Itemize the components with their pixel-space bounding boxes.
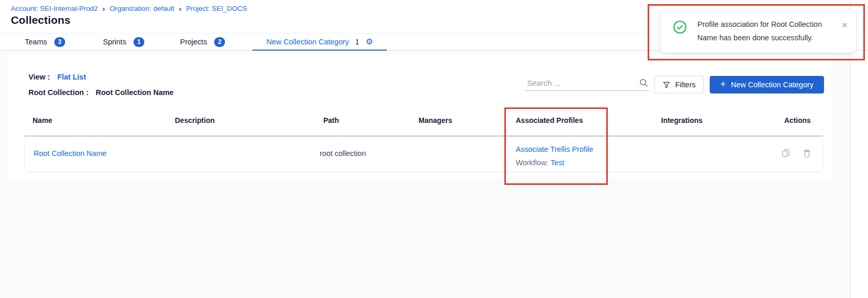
column-header-path: Path xyxy=(323,116,339,124)
row-path-cell: root collection xyxy=(320,149,366,158)
column-header-associated-profiles: Associated Profiles xyxy=(516,116,583,124)
new-collection-category-button-label: New Collection Category xyxy=(731,81,814,89)
chevron-right-icon: › xyxy=(179,4,182,12)
count-badge: 2 xyxy=(214,37,225,47)
close-icon[interactable]: ✕ xyxy=(841,21,848,30)
collections-page: { "breadcrumb": { "separator": "›", "ite… xyxy=(0,0,868,298)
column-header-actions: Actions xyxy=(784,116,811,124)
flat-list-link[interactable]: Flat List xyxy=(57,73,86,81)
new-collection-category-button[interactable]: + New Collection Category xyxy=(710,76,824,93)
search-field xyxy=(525,75,649,91)
page-title: Collections xyxy=(11,14,70,26)
tab-projects[interactable]: Projects 2 xyxy=(180,34,225,50)
column-header-description: Description xyxy=(175,116,215,124)
workflow-test-link[interactable]: Test xyxy=(550,159,564,167)
breadcrumb-organization-link[interactable]: Organization: default xyxy=(110,5,174,12)
delete-trash-icon[interactable] xyxy=(803,149,811,158)
tab-new-collection-category[interactable]: New Collection Category 1 ⚙ xyxy=(252,34,387,51)
count-badge: 3 xyxy=(54,37,65,47)
root-collection-value: Root Collection Name xyxy=(96,88,174,97)
tab-label: Projects xyxy=(180,38,207,46)
table-row xyxy=(24,135,824,172)
copy-icon[interactable] xyxy=(782,149,790,158)
tab-label: Teams xyxy=(25,38,47,46)
search-icon xyxy=(639,79,648,87)
row-name-link[interactable]: Root Collection Name xyxy=(34,149,107,158)
tab-label: Sprints xyxy=(103,38,126,46)
row-associated-profiles-cell: Associate Trellis Profile Workflow: Test xyxy=(516,143,593,169)
filter-funnel-icon xyxy=(663,81,670,89)
filters-button[interactable]: Filters xyxy=(654,76,704,93)
root-collection-row: Root Collection : Root Collection Name xyxy=(28,88,174,97)
settings-gear-icon[interactable]: ⚙ xyxy=(366,38,373,46)
count-badge: 1 xyxy=(133,37,144,47)
breadcrumb-account-link[interactable]: Account: SEI-Internal-Prod2 xyxy=(11,5,98,12)
filters-button-label: Filters xyxy=(675,81,695,89)
column-header-managers: Managers xyxy=(418,116,452,124)
chevron-right-icon: › xyxy=(102,4,105,12)
row-actions-cell xyxy=(782,149,811,158)
success-toast: Profile association for Root Collection … xyxy=(661,10,856,53)
root-collection-label: Root Collection : xyxy=(28,88,88,97)
column-header-integrations: Integrations xyxy=(661,116,702,124)
toast-message: Profile association for Root Collection … xyxy=(697,18,837,44)
plus-icon: + xyxy=(720,80,726,89)
workflow-label: Workflow: xyxy=(516,159,548,167)
breadcrumb: Account: SEI-Internal-Prod2 › Organizati… xyxy=(11,4,247,12)
check-circle-icon xyxy=(673,20,687,34)
view-label: View : xyxy=(28,73,50,81)
tab-sprints[interactable]: Sprints 1 xyxy=(103,34,144,50)
associate-trellis-profile-link[interactable]: Associate Trellis Profile xyxy=(516,145,593,153)
count-badge: 1 xyxy=(355,34,360,50)
tab-label: New Collection Category xyxy=(266,38,349,46)
tab-teams[interactable]: Teams 3 xyxy=(25,34,65,50)
search-input[interactable] xyxy=(525,79,639,87)
column-header-name: Name xyxy=(33,116,52,124)
view-row: View : Flat List xyxy=(28,73,86,81)
breadcrumb-project-link[interactable]: Project: SEI_DOCS xyxy=(186,5,247,12)
